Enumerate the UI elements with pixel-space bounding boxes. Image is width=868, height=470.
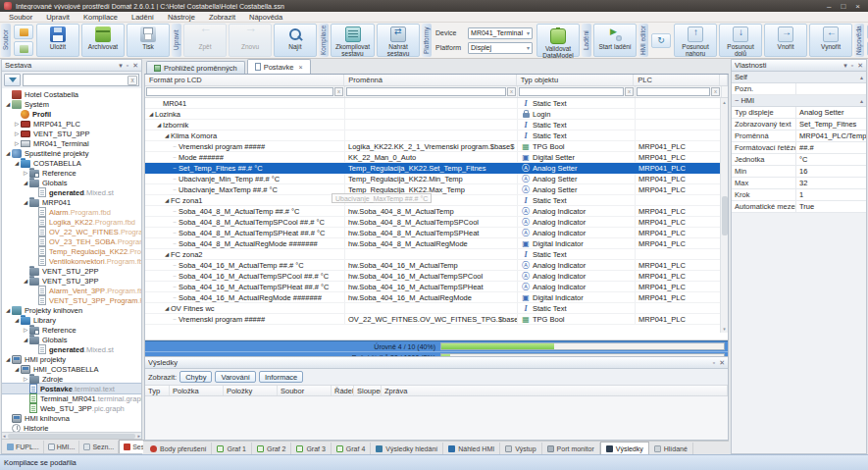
grid-row[interactable]: ◢FC zona1IStatic Text [145, 195, 728, 206]
tree-item[interactable]: ◢Library [2, 315, 141, 325]
tree-item[interactable]: Ventilokonvektori.Program.fbd [2, 256, 141, 266]
close-button[interactable]: × [855, 2, 860, 11]
grid-row[interactable]: ◢Klima KomoraIStatic Text [145, 131, 728, 141]
pin-icon[interactable]: ▫ [713, 359, 715, 366]
tree-item[interactable]: ◢HMI projekty [2, 354, 141, 364]
filter-button[interactable] [4, 74, 21, 86]
tree-item[interactable]: Temp_Regulacija_KK22.Program.fbd [2, 246, 141, 256]
property-row[interactable]: Max32 [732, 178, 866, 189]
start-debug-button[interactable]: Start ladění [593, 24, 637, 57]
tree-item[interactable]: ▷MRP041_PLC [2, 119, 141, 129]
sidebar-tab-hmi-tab[interactable]: HMI... [44, 441, 80, 453]
close-panel-icon[interactable]: ✕ [857, 62, 863, 70]
move-up-button[interactable]: Posunout nahoru [674, 24, 717, 57]
bottom-tab-graf4[interactable]: Graf 4 [332, 443, 371, 454]
results-column-poloka[interactable]: Položka [170, 386, 224, 395]
tree-item[interactable]: ▷MR041_Terminal [2, 138, 141, 148]
expander-open-icon[interactable]: ◢ [22, 278, 29, 284]
platform-select[interactable]: Displej▾ [468, 42, 533, 54]
filter-input[interactable] [346, 87, 506, 96]
panel-menu-icon[interactable]: ▾ [843, 62, 847, 70]
expander-open-icon[interactable]: ◢ [163, 251, 171, 257]
property-value[interactable]: MRP041_PLC/Temp_Re... [796, 131, 866, 140]
tree-item[interactable]: VENT_STU_2PP [2, 266, 141, 276]
tree-horizontal-scrollbar[interactable]: ◂▸ [2, 432, 141, 439]
import-button[interactable] [14, 41, 33, 56]
grid-row[interactable]: ◢IzbornikIStatic Text [145, 120, 728, 131]
expander-closed-icon[interactable]: ▷ [22, 376, 29, 382]
grid-row[interactable]: –Soba_404_16_M_ActualTempSPHeat ##.# °Ch… [145, 282, 728, 292]
tree-item[interactable]: Web_STU_3PP.pic.graph [2, 403, 141, 413]
property-row[interactable]: Min16 [732, 166, 866, 178]
grid-row[interactable]: –Soba_404_8_M_ActualRegMode #######hw.So… [145, 238, 728, 249]
expander-open-icon[interactable]: ◢ [163, 132, 171, 138]
tree-item[interactable]: ▷Reference [2, 168, 141, 178]
tree-item[interactable]: Hotel Costabella [2, 89, 141, 99]
property-row[interactable]: ProměnnáMRP041_PLC/Temp_Re... [732, 131, 866, 142]
menu-item-nstroje[interactable]: Nástroje [161, 13, 202, 22]
redo-button[interactable]: Znovu [229, 24, 272, 57]
menu-item-kompilace[interactable]: Kompilace [77, 13, 125, 22]
expander-closed-icon[interactable]: ▷ [13, 131, 21, 136]
device-select[interactable]: MR041_Terminal▾ [468, 27, 533, 39]
menu-item-ladn[interactable]: Ladění [125, 13, 161, 22]
bottom-tab-hldan[interactable]: Hlídané [649, 443, 693, 454]
bottom-tab-vstup[interactable]: Výstup [500, 443, 541, 454]
bottom-tab-graf3[interactable]: Graf 3 [291, 443, 331, 454]
column-header-plc[interactable]: PLC [634, 75, 720, 85]
bottom-tab-nhledhmi[interactable]: Náhled HMI [443, 443, 500, 454]
grid-row[interactable]: –Soba_404_8_M_ActualTemp ##.# °Chw.Soba_… [145, 206, 728, 217]
tree-item[interactable]: ◢Systém [2, 99, 141, 109]
property-value[interactable]: Analog Setter [796, 108, 866, 117]
tree-item[interactable]: VENT_STU_3PP_Program.Program.fbd [2, 295, 141, 305]
expander-open-icon[interactable]: ◢ [4, 101, 12, 107]
clear-filter-icon[interactable] [334, 87, 343, 96]
clear-filter-icon[interactable] [625, 87, 634, 96]
bottom-tab-vsledky[interactable]: Výsledky [600, 442, 649, 454]
move-down-button[interactable]: Posunout dolů [719, 24, 762, 57]
property-row[interactable]: Formátovací řetězec##.# [732, 142, 866, 154]
expander-open-icon[interactable]: ◢ [147, 111, 155, 117]
refresh-button[interactable]: ↻ [651, 33, 671, 48]
expander-closed-icon[interactable]: ▷ [22, 327, 29, 333]
results-column-dek[interactable]: Řádek [332, 386, 354, 395]
property-row[interactable]: Typ displejeAnalog Setter [732, 107, 866, 119]
tree-item[interactable]: OV_23_TEH_SOBA.Program.fbd [2, 236, 141, 246]
scroll-down-icon[interactable]: ▾ [723, 326, 726, 332]
column-header-promnn[interactable]: Proměnná [344, 75, 516, 85]
upload-button[interactable]: Nahrát sestavu [377, 24, 420, 57]
menu-item-soubor[interactable]: Soubor [2, 13, 39, 22]
filter-input[interactable] [637, 87, 710, 96]
minimize-button[interactable]: – [827, 2, 831, 11]
grid-row[interactable]: –Mode ######KK_22_Man_0_Auto▣Digital Set… [145, 152, 728, 163]
tree-item[interactable]: OV_22_WC_FITNES.Program.fbd [2, 227, 141, 236]
expander-open-icon[interactable]: ◢ [13, 366, 21, 372]
tree-item[interactable]: ◢COSTABELLA [2, 158, 141, 168]
nest-button[interactable]: Vnořit [764, 24, 807, 57]
close-tab-icon[interactable]: × [298, 64, 302, 71]
tree-item[interactable]: Historie [2, 423, 141, 432]
bottom-tab-graf2[interactable]: Graf 2 [252, 443, 291, 454]
filter-input[interactable] [519, 87, 624, 96]
grid-row[interactable]: –Soba_404_8_M_ActualTempSPHeat ##.# °Chw… [145, 228, 728, 238]
filter-button-chyby[interactable]: Chyby [179, 371, 212, 383]
tree-search-input[interactable]: x [23, 74, 139, 86]
collapse-icon[interactable]: − [735, 96, 739, 105]
tree-item[interactable]: Terminal_MR041.terminal.graph [2, 393, 141, 403]
pin-icon[interactable]: ▫ [127, 62, 128, 69]
expander-open-icon[interactable]: ◢ [163, 305, 171, 311]
grid-row[interactable]: –Ubacivanje_MaxTemp ##.# °CTemp_Regulaci… [145, 184, 728, 195]
tree-item[interactable]: ▷Reference [2, 325, 141, 335]
property-row[interactable]: Pozn. [732, 83, 866, 95]
clear-filter-icon[interactable] [711, 87, 720, 96]
sidebar-tab-list[interactable]: Sezn... [79, 441, 119, 453]
tree-item[interactable]: HMI knihovna [2, 413, 141, 423]
clear-filter-icon[interactable] [507, 87, 516, 96]
tree-item[interactable]: Alarm_Vent_3PP.Program.fbd [2, 286, 141, 295]
menu-item-upravit[interactable]: Upravit [39, 13, 77, 22]
results-column-soubor[interactable]: Soubor [278, 386, 332, 395]
results-column-poloky[interactable]: Položky [224, 386, 278, 395]
grid-row[interactable]: ◢FC zona2IStatic Text [145, 249, 728, 260]
expander-open-icon[interactable]: ◢ [22, 199, 29, 205]
scroll-up-icon[interactable]: ▴ [723, 99, 726, 105]
